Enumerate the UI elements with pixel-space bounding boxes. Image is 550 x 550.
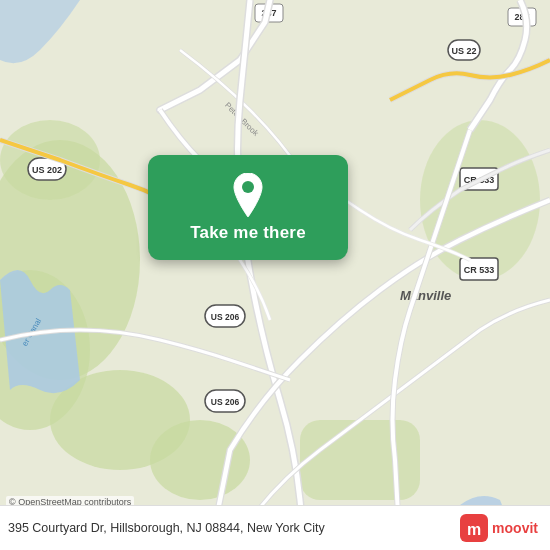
svg-point-6 [420, 120, 540, 280]
svg-text:US 206: US 206 [211, 397, 240, 407]
svg-text:CR 533: CR 533 [464, 265, 495, 275]
location-pin-icon [230, 173, 266, 217]
map-svg: er Canal Milstone 287 287 US 22 US 202 [0, 0, 550, 550]
moovit-logo: m moovit [460, 514, 538, 542]
svg-text:m: m [467, 521, 481, 538]
svg-text:Manville: Manville [400, 288, 451, 303]
svg-text:US 202: US 202 [32, 165, 62, 175]
svg-text:US 206: US 206 [211, 312, 240, 322]
bottom-bar: 395 Courtyard Dr, Hillsborough, NJ 08844… [0, 505, 550, 550]
svg-text:US 22: US 22 [451, 46, 476, 56]
address-text: 395 Courtyard Dr, Hillsborough, NJ 08844… [8, 521, 460, 535]
moovit-brand-text: moovit [492, 520, 538, 536]
map-container: er Canal Milstone 287 287 US 22 US 202 [0, 0, 550, 550]
button-label: Take me there [190, 223, 306, 243]
take-me-there-button[interactable]: Take me there [148, 155, 348, 260]
svg-rect-5 [300, 420, 420, 500]
svg-point-4 [150, 420, 250, 500]
moovit-icon: m [460, 514, 488, 542]
svg-point-28 [242, 181, 254, 193]
